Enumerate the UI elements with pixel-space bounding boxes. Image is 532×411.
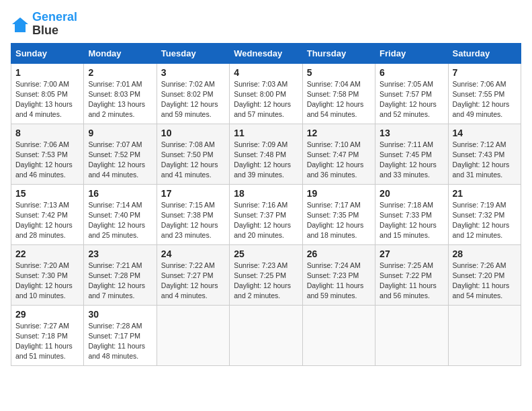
day-detail: Sunrise: 7:13 AM Sunset: 7:42 PM Dayligh… bbox=[15, 200, 79, 241]
day-number: 20 bbox=[380, 188, 443, 199]
day-number: 28 bbox=[453, 248, 517, 259]
calendar-cell: 17 Sunrise: 7:15 AM Sunset: 7:38 PM Dayl… bbox=[157, 184, 229, 244]
logo: GeneralBlue bbox=[11, 11, 77, 38]
day-detail: Sunrise: 7:27 AM Sunset: 7:18 PM Dayligh… bbox=[15, 321, 79, 362]
day-detail: Sunrise: 7:15 AM Sunset: 7:38 PM Dayligh… bbox=[161, 200, 225, 241]
day-detail: Sunrise: 7:24 AM Sunset: 7:23 PM Dayligh… bbox=[307, 261, 371, 302]
calendar-header-row: Sunday Monday Tuesday Wednesday Thursday… bbox=[11, 43, 521, 63]
calendar-cell: 3 Sunrise: 7:02 AM Sunset: 8:02 PM Dayli… bbox=[157, 63, 229, 124]
day-number: 8 bbox=[15, 128, 79, 138]
day-number: 22 bbox=[15, 248, 79, 259]
week-row-4: 22 Sunrise: 7:20 AM Sunset: 7:30 PM Dayl… bbox=[11, 244, 521, 305]
page-header: GeneralBlue bbox=[11, 11, 521, 38]
day-number: 25 bbox=[234, 248, 298, 259]
calendar-cell bbox=[448, 305, 521, 365]
calendar-cell: 15 Sunrise: 7:13 AM Sunset: 7:42 PM Dayl… bbox=[11, 184, 84, 244]
day-number: 27 bbox=[380, 248, 443, 259]
week-row-2: 8 Sunrise: 7:06 AM Sunset: 7:53 PM Dayli… bbox=[11, 124, 521, 184]
day-detail: Sunrise: 7:09 AM Sunset: 7:48 PM Dayligh… bbox=[234, 140, 298, 181]
calendar-cell: 8 Sunrise: 7:06 AM Sunset: 7:53 PM Dayli… bbox=[11, 124, 84, 184]
day-detail: Sunrise: 7:08 AM Sunset: 7:50 PM Dayligh… bbox=[161, 140, 225, 181]
day-number: 29 bbox=[15, 309, 79, 320]
day-detail: Sunrise: 7:20 AM Sunset: 7:30 PM Dayligh… bbox=[15, 261, 79, 302]
day-detail: Sunrise: 7:21 AM Sunset: 7:28 PM Dayligh… bbox=[88, 261, 152, 302]
day-number: 12 bbox=[307, 128, 371, 138]
calendar-cell: 16 Sunrise: 7:14 AM Sunset: 7:40 PM Dayl… bbox=[84, 184, 157, 244]
col-thursday: Thursday bbox=[302, 43, 375, 63]
calendar-cell: 19 Sunrise: 7:17 AM Sunset: 7:35 PM Dayl… bbox=[302, 184, 375, 244]
day-detail: Sunrise: 7:05 AM Sunset: 7:57 PM Dayligh… bbox=[380, 79, 443, 120]
calendar-cell: 12 Sunrise: 7:10 AM Sunset: 7:47 PM Dayl… bbox=[302, 124, 375, 184]
day-detail: Sunrise: 7:10 AM Sunset: 7:47 PM Dayligh… bbox=[307, 140, 371, 181]
calendar-cell: 10 Sunrise: 7:08 AM Sunset: 7:50 PM Dayl… bbox=[157, 124, 229, 184]
day-number: 3 bbox=[161, 67, 225, 78]
calendar-cell: 25 Sunrise: 7:23 AM Sunset: 7:25 PM Dayl… bbox=[230, 244, 302, 305]
day-number: 19 bbox=[307, 188, 371, 199]
calendar-cell: 9 Sunrise: 7:07 AM Sunset: 7:52 PM Dayli… bbox=[84, 124, 157, 184]
day-detail: Sunrise: 7:02 AM Sunset: 8:02 PM Dayligh… bbox=[161, 79, 225, 120]
calendar-cell: 28 Sunrise: 7:26 AM Sunset: 7:20 PM Dayl… bbox=[448, 244, 521, 305]
day-detail: Sunrise: 7:18 AM Sunset: 7:33 PM Dayligh… bbox=[380, 200, 443, 241]
day-number: 1 bbox=[15, 67, 79, 78]
day-number: 26 bbox=[307, 248, 371, 259]
calendar-cell: 7 Sunrise: 7:06 AM Sunset: 7:55 PM Dayli… bbox=[448, 63, 521, 124]
day-number: 23 bbox=[88, 248, 152, 259]
col-sunday: Sunday bbox=[11, 43, 84, 63]
calendar-cell: 30 Sunrise: 7:28 AM Sunset: 7:17 PM Dayl… bbox=[84, 305, 157, 365]
calendar-cell bbox=[375, 305, 448, 365]
day-number: 15 bbox=[15, 188, 79, 199]
calendar-cell: 13 Sunrise: 7:11 AM Sunset: 7:45 PM Dayl… bbox=[375, 124, 448, 184]
day-detail: Sunrise: 7:26 AM Sunset: 7:20 PM Dayligh… bbox=[453, 261, 517, 302]
calendar-cell: 18 Sunrise: 7:16 AM Sunset: 7:37 PM Dayl… bbox=[230, 184, 302, 244]
day-detail: Sunrise: 7:19 AM Sunset: 7:32 PM Dayligh… bbox=[453, 200, 517, 241]
day-number: 21 bbox=[453, 188, 517, 199]
calendar-cell bbox=[302, 305, 375, 365]
day-detail: Sunrise: 7:03 AM Sunset: 8:00 PM Dayligh… bbox=[234, 79, 298, 120]
day-detail: Sunrise: 7:01 AM Sunset: 8:03 PM Dayligh… bbox=[88, 79, 152, 120]
calendar-cell: 21 Sunrise: 7:19 AM Sunset: 7:32 PM Dayl… bbox=[448, 184, 521, 244]
day-number: 6 bbox=[380, 67, 443, 78]
day-detail: Sunrise: 7:28 AM Sunset: 7:17 PM Dayligh… bbox=[88, 321, 152, 362]
calendar-cell: 29 Sunrise: 7:27 AM Sunset: 7:18 PM Dayl… bbox=[11, 305, 84, 365]
col-tuesday: Tuesday bbox=[157, 43, 229, 63]
day-detail: Sunrise: 7:11 AM Sunset: 7:45 PM Dayligh… bbox=[380, 140, 443, 181]
day-detail: Sunrise: 7:22 AM Sunset: 7:27 PM Dayligh… bbox=[161, 261, 225, 302]
week-row-3: 15 Sunrise: 7:13 AM Sunset: 7:42 PM Dayl… bbox=[11, 184, 521, 244]
logo-icon bbox=[11, 15, 30, 34]
day-detail: Sunrise: 7:25 AM Sunset: 7:22 PM Dayligh… bbox=[380, 261, 443, 302]
calendar-table: Sunday Monday Tuesday Wednesday Thursday… bbox=[11, 43, 521, 366]
day-number: 10 bbox=[161, 128, 225, 138]
col-friday: Friday bbox=[375, 43, 448, 63]
day-detail: Sunrise: 7:17 AM Sunset: 7:35 PM Dayligh… bbox=[307, 200, 371, 241]
day-number: 24 bbox=[161, 248, 225, 259]
day-number: 2 bbox=[88, 67, 152, 78]
day-number: 16 bbox=[88, 188, 152, 199]
logo-text: GeneralBlue bbox=[32, 11, 77, 38]
calendar-cell: 14 Sunrise: 7:12 AM Sunset: 7:43 PM Dayl… bbox=[448, 124, 521, 184]
calendar-cell: 27 Sunrise: 7:25 AM Sunset: 7:22 PM Dayl… bbox=[375, 244, 448, 305]
week-row-1: 1 Sunrise: 7:00 AM Sunset: 8:05 PM Dayli… bbox=[11, 63, 521, 124]
calendar-cell: 4 Sunrise: 7:03 AM Sunset: 8:00 PM Dayli… bbox=[230, 63, 302, 124]
calendar-cell: 23 Sunrise: 7:21 AM Sunset: 7:28 PM Dayl… bbox=[84, 244, 157, 305]
day-detail: Sunrise: 7:04 AM Sunset: 7:58 PM Dayligh… bbox=[307, 79, 371, 120]
day-number: 13 bbox=[380, 128, 443, 138]
day-number: 11 bbox=[234, 128, 298, 138]
day-number: 4 bbox=[234, 67, 298, 78]
calendar-cell: 5 Sunrise: 7:04 AM Sunset: 7:58 PM Dayli… bbox=[302, 63, 375, 124]
calendar-cell: 20 Sunrise: 7:18 AM Sunset: 7:33 PM Dayl… bbox=[375, 184, 448, 244]
day-number: 17 bbox=[161, 188, 225, 199]
calendar-cell: 1 Sunrise: 7:00 AM Sunset: 8:05 PM Dayli… bbox=[11, 63, 84, 124]
calendar-cell bbox=[157, 305, 229, 365]
calendar-cell: 2 Sunrise: 7:01 AM Sunset: 8:03 PM Dayli… bbox=[84, 63, 157, 124]
calendar-cell: 26 Sunrise: 7:24 AM Sunset: 7:23 PM Dayl… bbox=[302, 244, 375, 305]
day-number: 14 bbox=[453, 128, 517, 138]
calendar-cell bbox=[230, 305, 302, 365]
day-number: 5 bbox=[307, 67, 371, 78]
day-number: 7 bbox=[453, 67, 517, 78]
day-detail: Sunrise: 7:14 AM Sunset: 7:40 PM Dayligh… bbox=[88, 200, 152, 241]
calendar-cell: 22 Sunrise: 7:20 AM Sunset: 7:30 PM Dayl… bbox=[11, 244, 84, 305]
day-detail: Sunrise: 7:06 AM Sunset: 7:55 PM Dayligh… bbox=[453, 79, 517, 120]
col-saturday: Saturday bbox=[448, 43, 521, 63]
calendar-cell: 6 Sunrise: 7:05 AM Sunset: 7:57 PM Dayli… bbox=[375, 63, 448, 124]
week-row-5: 29 Sunrise: 7:27 AM Sunset: 7:18 PM Dayl… bbox=[11, 305, 521, 365]
